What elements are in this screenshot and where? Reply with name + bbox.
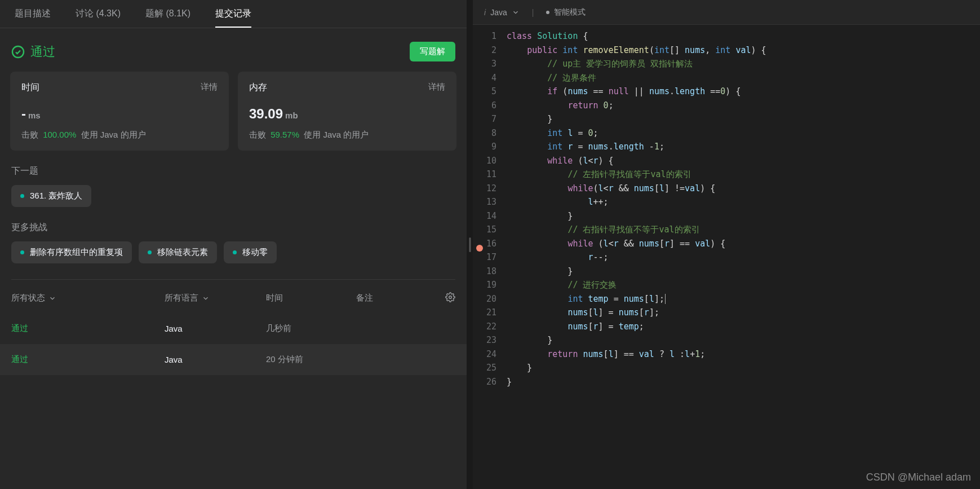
submissions-header: 所有状态 所有语言 时间 备注 bbox=[0, 280, 467, 313]
code-line[interactable]: if (nums == null || nums.length ==0) { bbox=[507, 85, 980, 99]
time-beat: 击败 100.00% 使用 Java 的用户 bbox=[21, 130, 218, 140]
row-status: 通过 bbox=[11, 323, 165, 334]
challenge-pill[interactable]: 移动零 bbox=[224, 241, 277, 263]
mode-label: 智能模式 bbox=[554, 7, 586, 17]
submission-row[interactable]: 通过Java几秒前 bbox=[0, 313, 467, 344]
write-solution-button[interactable]: 写题解 bbox=[410, 42, 455, 61]
code-line[interactable]: } bbox=[507, 112, 980, 126]
mode-dot-icon bbox=[546, 11, 549, 14]
code-line[interactable]: while (l<r) { bbox=[507, 154, 980, 168]
time-value: -ms bbox=[21, 106, 218, 122]
tab-bar: 题目描述讨论 (4.3K)题解 (8.1K)提交记录 bbox=[0, 0, 467, 28]
code-line[interactable]: int temp = nums[l]; bbox=[507, 292, 980, 306]
code-line[interactable]: return 0; bbox=[507, 99, 980, 113]
code-line[interactable]: // 边界条件 bbox=[507, 71, 980, 85]
difficulty-dot-icon bbox=[20, 250, 24, 254]
row-time: 几秒前 bbox=[266, 323, 356, 334]
code-line[interactable]: r--; bbox=[507, 250, 980, 265]
challenge-label: 移动零 bbox=[242, 247, 268, 258]
code-line[interactable]: // 进行交换 bbox=[507, 278, 980, 292]
filter-status[interactable]: 所有状态 bbox=[11, 293, 165, 303]
header-note: 备注 bbox=[356, 293, 438, 303]
code-line[interactable]: } bbox=[507, 209, 980, 223]
memory-beat: 击败 59.57% 使用 Java 的用户 bbox=[249, 130, 445, 140]
next-problem-title: 下一题 bbox=[0, 151, 467, 185]
stats-cards: 时间 详情 -ms 击败 100.00% 使用 Java 的用户 内存 详情 3… bbox=[0, 72, 467, 151]
row-time: 20 分钟前 bbox=[266, 354, 356, 365]
status-passed: 通过 bbox=[11, 43, 55, 60]
row-language: Java bbox=[165, 324, 266, 333]
left-panel: 题目描述讨论 (4.3K)题解 (8.1K)提交记录 通过 写题解 时间 详情 … bbox=[0, 0, 467, 489]
chevron-down-icon bbox=[512, 8, 520, 16]
tab-2[interactable]: 题解 (8.1K) bbox=[133, 0, 203, 28]
memory-title: 内存 bbox=[249, 82, 267, 94]
more-challenges-title: 更多挑战 bbox=[0, 207, 467, 241]
check-circle-icon bbox=[11, 45, 25, 59]
filter-language[interactable]: 所有语言 bbox=[165, 293, 266, 303]
code-line[interactable]: // up主 爱学习的饲养员 双指针解法 bbox=[507, 57, 980, 71]
row-status: 通过 bbox=[11, 354, 165, 365]
next-problem-label: 361. 轰炸敌人 bbox=[30, 191, 82, 201]
tab-1[interactable]: 讨论 (4.3K) bbox=[63, 0, 133, 28]
language-label: Java bbox=[490, 8, 507, 17]
svg-point-1 bbox=[449, 296, 452, 299]
breakpoint-icon[interactable] bbox=[476, 245, 483, 252]
code-editor[interactable]: 1234567891011121314151617181920212223242… bbox=[473, 25, 980, 489]
watermark: CSDN @Michael adam bbox=[866, 472, 971, 483]
code-line[interactable]: class Solution { bbox=[507, 29, 980, 43]
tab-3[interactable]: 提交记录 bbox=[203, 0, 264, 28]
chevron-down-icon bbox=[202, 294, 210, 302]
chevron-down-icon bbox=[48, 294, 56, 302]
time-details-link[interactable]: 详情 bbox=[201, 82, 218, 94]
code-line[interactable]: l++; bbox=[507, 195, 980, 209]
editor-toolbar: i Java | 智能模式 bbox=[473, 0, 980, 25]
challenge-pill[interactable]: 删除有序数组中的重复项 bbox=[11, 241, 132, 263]
code-area[interactable]: class Solution { public int removeElemen… bbox=[507, 29, 980, 489]
code-line[interactable]: // 左指针寻找值等于val的索引 bbox=[507, 168, 980, 182]
editor-mode[interactable]: 智能模式 bbox=[546, 7, 586, 17]
code-line[interactable]: while(l<r && nums[l] !=val) { bbox=[507, 182, 980, 196]
code-line[interactable]: } bbox=[507, 333, 980, 347]
challenge-pill[interactable]: 移除链表元素 bbox=[139, 241, 217, 263]
code-line[interactable]: while (l<r && nums[r] == val) { bbox=[507, 237, 980, 251]
time-card[interactable]: 时间 详情 -ms 击败 100.00% 使用 Java 的用户 bbox=[10, 72, 229, 151]
code-editor-panel: i Java | 智能模式 12345678910111213141516171… bbox=[473, 0, 980, 489]
code-line[interactable]: public int removeElement(int[] nums, int… bbox=[507, 43, 980, 58]
code-line[interactable]: nums[l] = nums[r]; bbox=[507, 306, 980, 320]
time-title: 时间 bbox=[21, 82, 39, 94]
tab-0[interactable]: 题目描述 bbox=[2, 0, 63, 28]
code-line[interactable]: int r = nums.length -1; bbox=[507, 140, 980, 154]
text-cursor bbox=[665, 294, 666, 304]
difficulty-dot-icon bbox=[20, 194, 24, 198]
memory-details-link[interactable]: 详情 bbox=[428, 82, 445, 94]
code-line[interactable]: nums[r] = temp; bbox=[507, 320, 980, 334]
difficulty-dot-icon bbox=[233, 250, 237, 254]
code-line[interactable]: } bbox=[507, 361, 980, 375]
header-time: 时间 bbox=[266, 293, 356, 303]
memory-value: 39.09mb bbox=[249, 106, 445, 122]
gear-icon[interactable] bbox=[445, 292, 455, 302]
difficulty-dot-icon bbox=[148, 250, 152, 254]
code-line[interactable]: } bbox=[507, 375, 980, 389]
status-row: 通过 写题解 bbox=[0, 28, 467, 72]
code-line[interactable]: } bbox=[507, 265, 980, 279]
challenge-label: 删除有序数组中的重复项 bbox=[30, 247, 123, 258]
next-problem-pill[interactable]: 361. 轰炸敌人 bbox=[11, 185, 91, 207]
code-line[interactable]: // 右指针寻找值不等于val的索引 bbox=[507, 223, 980, 237]
code-line[interactable]: return nums[l] == val ? l :l+1; bbox=[507, 347, 980, 362]
line-number-gutter[interactable]: 1234567891011121314151617181920212223242… bbox=[473, 29, 507, 489]
language-selector[interactable]: i Java bbox=[484, 8, 520, 17]
challenge-label: 移除链表元素 bbox=[157, 247, 208, 258]
code-line[interactable]: int l = 0; bbox=[507, 126, 980, 140]
row-language: Java bbox=[165, 355, 266, 364]
memory-card[interactable]: 内存 详情 39.09mb 击败 59.57% 使用 Java 的用户 bbox=[238, 72, 456, 151]
status-label: 通过 bbox=[30, 43, 55, 60]
panel-splitter[interactable] bbox=[467, 0, 473, 489]
submission-row[interactable]: 通过Java20 分钟前 bbox=[0, 344, 467, 375]
